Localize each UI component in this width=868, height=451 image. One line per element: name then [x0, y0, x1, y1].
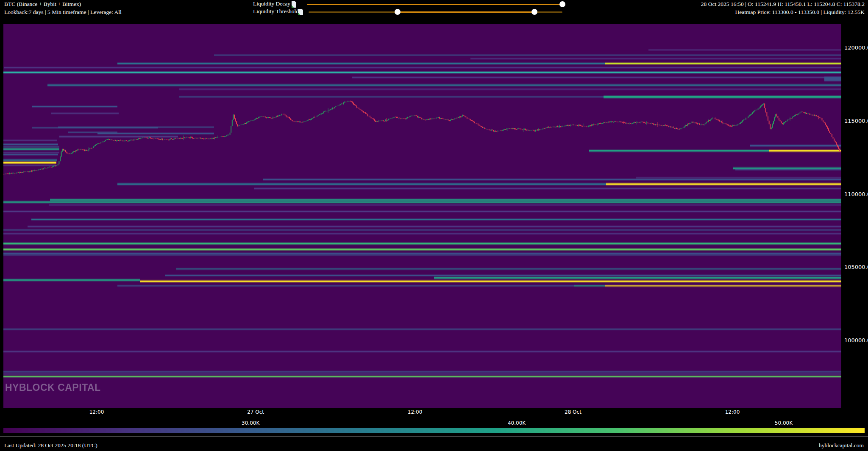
- liquidity-decay-label: Liquidity Decay: [253, 0, 290, 7]
- time-tick-label: 12:00: [89, 409, 104, 415]
- time-tick-label: 27 Oct: [247, 409, 264, 415]
- ohlc-readout: 28 Oct 2025 16:50 | O: 115241.9 H: 11545…: [701, 0, 865, 8]
- liquidity-threshold-low-handle[interactable]: [395, 9, 401, 15]
- colorbar-tick-label: 40.00K: [508, 420, 526, 426]
- price-tick-label: 100000.0: [844, 337, 868, 343]
- last-updated-text: Last Updated: 28 Oct 2025 20:18 (UTC): [4, 442, 97, 449]
- price-tick-label: 120000.0: [844, 44, 868, 51]
- price-tick-label: 115000.0: [844, 118, 868, 124]
- liquidity-threshold-high-handle[interactable]: [531, 9, 537, 15]
- hyblock-watermark: HYBLOCK CAPITAL: [5, 382, 101, 393]
- liquidity-decay-doc-icon[interactable]: [291, 1, 297, 8]
- time-tick-label: 12:00: [408, 409, 423, 415]
- liquidity-threshold-doc-icon[interactable]: [298, 9, 303, 15]
- price-tick-label: 105000.0: [844, 264, 868, 270]
- price-tick-label: 110000.0: [844, 191, 868, 197]
- footer-divider: [0, 437, 868, 437]
- colorbar-tick-label: 30.00K: [242, 420, 259, 426]
- liquidity-colorbar: [3, 428, 865, 433]
- heatmap-price-readout: Heatmap Price: 113300.0 - 113350.0 | Liq…: [735, 8, 865, 16]
- liquidity-decay-track[interactable]: [307, 4, 562, 5]
- liquidity-decay-handle[interactable]: [559, 1, 565, 7]
- heatmap-plot-area[interactable]: HYBLOCK CAPITAL: [3, 24, 841, 408]
- liquidity-threshold-label: Liquidity Threshold: [253, 8, 299, 15]
- symbol-title: BTC (Binance + Bybit + Bitmex): [4, 0, 81, 8]
- site-link[interactable]: hyblockcapital.com: [819, 442, 864, 449]
- liquidity-threshold-track-right[interactable]: [534, 11, 562, 13]
- time-tick-label: 28 Oct: [565, 409, 581, 415]
- liquidation-heatmap-app: BTC (Binance + Bybit + Bitmex) Lookback:…: [0, 0, 868, 451]
- heatmap-canvas[interactable]: [3, 24, 841, 408]
- liquidity-threshold-track[interactable]: [309, 11, 398, 13]
- time-tick-label: 12:00: [725, 409, 740, 415]
- liquidity-threshold-range[interactable]: [398, 11, 534, 13]
- colorbar-tick-label: 50.00K: [775, 420, 793, 426]
- lookback-settings: Lookback:7 days | 5 Min timeframe | Leve…: [4, 8, 122, 16]
